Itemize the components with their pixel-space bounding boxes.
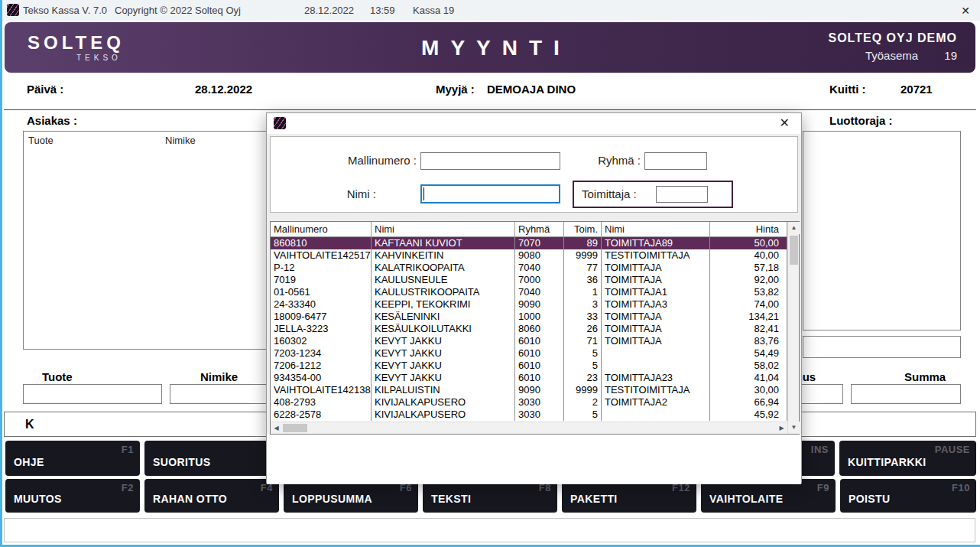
table-cell: TOIMITTAJA2 bbox=[602, 396, 710, 409]
table-cell: 9090 bbox=[515, 298, 564, 311]
search-fields-panel: Mallinumero : Ryhmä : Nimi : Toimittaja … bbox=[270, 136, 798, 213]
table-cell: KIVIJALKAPUSERO bbox=[372, 409, 515, 421]
window-titlebar: Tekso Kassa V. 7.0 Copyright © 2022 Solt… bbox=[0, 0, 980, 21]
table-cell: P-12 bbox=[271, 262, 372, 274]
vertical-scrollbar[interactable]: ▲ ▼ bbox=[787, 222, 799, 434]
fn-key-label: F9 bbox=[817, 482, 829, 493]
table-column-header[interactable]: Nimi bbox=[602, 222, 710, 236]
customer-label: Asiakas : bbox=[27, 114, 77, 127]
fn-key-label: F2 bbox=[122, 482, 134, 493]
credit-limit-box bbox=[803, 131, 961, 330]
fn-key-label: F10 bbox=[952, 482, 970, 493]
table-row[interactable]: P-12KALATRIKOOPAITA704077TOIMITTAJA57,18 bbox=[271, 262, 787, 274]
table-row[interactable]: 01-0561KAULUSTRIKOOPAITA70401TOIMITTAJA1… bbox=[271, 286, 787, 298]
group-label: Ryhmä : bbox=[564, 154, 641, 167]
model-number-input[interactable] bbox=[420, 152, 560, 170]
table-cell: 6010 bbox=[515, 360, 564, 372]
brand-sub: TEKSO bbox=[28, 54, 125, 62]
table-cell: TESTITOIMITTAJA bbox=[602, 249, 710, 262]
group-input[interactable] bbox=[644, 152, 707, 170]
supplier-group-box: Toimittaja : bbox=[573, 181, 733, 208]
table-cell: 82,41 bbox=[710, 323, 787, 335]
table-cell: 7206-1212 bbox=[271, 360, 372, 372]
table-row[interactable]: 6228-2578KIVIJALKAPUSERO3030545,92 bbox=[271, 409, 787, 421]
table-row[interactable]: 7206-1212KEVYT JAKKU6010558,02 bbox=[271, 360, 787, 372]
list-header-product: Tuote bbox=[28, 135, 54, 146]
dialog-logo-icon bbox=[274, 117, 286, 129]
table-cell: TOIMITTAJA23 bbox=[602, 372, 710, 384]
table-row[interactable]: 160302KEVYT JAKKU601071TOIMITTAJA83,76 bbox=[271, 335, 787, 347]
table-cell: VAIHTOLAITE142138 bbox=[271, 384, 372, 396]
table-cell: 23 bbox=[564, 372, 602, 384]
table-cell: 92,00 bbox=[710, 274, 787, 286]
supplier-input[interactable] bbox=[656, 186, 708, 203]
table-row[interactable]: VAIHTOLAITE142517KAHVINKEITIN90809999TES… bbox=[271, 249, 787, 262]
dialog-titlebar: ✕ bbox=[267, 113, 801, 134]
scroll-up-icon[interactable]: ▲ bbox=[788, 222, 800, 234]
fn-button-label: TEKSTI bbox=[431, 493, 471, 505]
fn-key-label: PAUSE bbox=[935, 444, 970, 455]
horizontal-scrollbar[interactable]: ◀ ▶ bbox=[271, 422, 787, 434]
fn-muutos-button[interactable]: F2MUUTOS bbox=[5, 479, 140, 513]
table-column-header[interactable]: Ryhmä bbox=[515, 222, 564, 236]
entry-sum-input[interactable] bbox=[851, 384, 961, 404]
table-cell: 18009-6477 bbox=[271, 311, 372, 323]
product-search-dialog: ✕ Mallinumero : Ryhmä : Nimi : Toimittaj… bbox=[266, 112, 802, 484]
table-row[interactable]: 24-33340KEEPPI, TEKOKRIMI90903TOIMITTAJA… bbox=[271, 298, 787, 311]
table-row[interactable]: 860810KAFTAANI KUVIOT707089TOIMITTAJA895… bbox=[271, 237, 787, 249]
entry-product-label: Tuote bbox=[42, 370, 73, 383]
fn-rahan-otto-button[interactable]: F4RAHAN OTTO bbox=[144, 479, 279, 513]
scroll-left-icon[interactable]: ◀ bbox=[271, 422, 282, 434]
table-row[interactable]: 408-2793KIVIJALKAPUSERO30302TOIMITTAJA26… bbox=[271, 396, 787, 409]
table-cell: 50,00 bbox=[710, 237, 787, 249]
table-column-header[interactable]: Nimi bbox=[372, 222, 515, 236]
table-cell: KEVYT JAKKU bbox=[372, 372, 515, 384]
table-cell: KALATRIKOOPAITA bbox=[372, 262, 515, 274]
solteq-logo: SOLTEQ TEKSO bbox=[28, 32, 125, 62]
window-edge bbox=[0, 0, 2, 547]
window-close-icon[interactable]: ✕ bbox=[961, 5, 970, 17]
table-cell: 33 bbox=[564, 311, 602, 323]
table-cell: 77 bbox=[564, 262, 602, 274]
vertical-scroll-thumb[interactable] bbox=[790, 236, 798, 265]
scroll-down-icon[interactable]: ▼ bbox=[788, 422, 800, 434]
table-cell: 408-2793 bbox=[271, 396, 372, 409]
table-row[interactable]: JELLA-3223KESÄULKOILUTAKKI806026TOIMITTA… bbox=[271, 323, 787, 335]
table-row[interactable]: 18009-6477KESÄLENINKI100033TOIMITTAJA134… bbox=[271, 311, 787, 323]
table-row[interactable]: 7203-1234KEVYT JAKKU6010554,49 bbox=[271, 347, 787, 360]
name-input[interactable] bbox=[420, 184, 560, 203]
table-cell: KAHVINKEITIN bbox=[372, 249, 515, 262]
divider-line bbox=[4, 109, 976, 110]
table-column-header[interactable]: Mallinumero bbox=[271, 222, 372, 236]
table-cell: 3030 bbox=[515, 396, 564, 409]
table-row[interactable]: VAIHTOLAITE142138KILPALUISTIN90909999TES… bbox=[271, 384, 787, 396]
fn-button-label: PAKETTI bbox=[570, 493, 618, 505]
entry-product-input[interactable] bbox=[23, 384, 162, 404]
table-cell: 5 bbox=[564, 360, 602, 372]
table-cell: 6010 bbox=[515, 372, 564, 384]
table-cell: 7040 bbox=[515, 286, 564, 298]
fn-kuittiparkki-button[interactable]: PAUSE KUITTIPARKKI bbox=[839, 441, 976, 476]
table-cell: 160302 bbox=[271, 335, 372, 347]
scroll-right-icon[interactable]: ▶ bbox=[776, 422, 787, 434]
horizontal-scroll-thumb[interactable] bbox=[283, 424, 307, 432]
fn-poistu-button[interactable]: F10POISTU bbox=[840, 479, 976, 513]
fn-ohje-button[interactable]: F1 OHJE bbox=[5, 441, 140, 476]
table-cell bbox=[602, 347, 710, 360]
table-cell: 30,00 bbox=[710, 384, 787, 396]
fn-button-label: LOPPUSUMMA bbox=[292, 493, 372, 505]
model-number-label: Mallinumero : bbox=[286, 154, 417, 167]
fn-suoritus-button[interactable]: SUORITUS bbox=[144, 441, 279, 476]
table-row[interactable]: 7019KAULUSNEULE700036TOIMITTAJA92,00 bbox=[271, 274, 787, 286]
receipt-value: 20721 bbox=[900, 83, 933, 96]
table-cell: 6228-2578 bbox=[271, 409, 372, 421]
app-logo-icon bbox=[7, 4, 19, 16]
credit-limit-value-box bbox=[803, 336, 961, 358]
table-cell: 66,94 bbox=[710, 396, 787, 409]
table-column-header[interactable]: Hinta bbox=[710, 222, 787, 236]
table-row[interactable]: 934354-00KEVYT JAKKU601023TOIMITTAJA2341… bbox=[271, 372, 787, 384]
titlebar-date: 28.12.2022 bbox=[304, 5, 354, 16]
table-column-header[interactable]: Toim. bbox=[564, 222, 602, 236]
dialog-close-icon[interactable]: ✕ bbox=[780, 116, 790, 130]
table-cell: 9080 bbox=[515, 249, 564, 262]
